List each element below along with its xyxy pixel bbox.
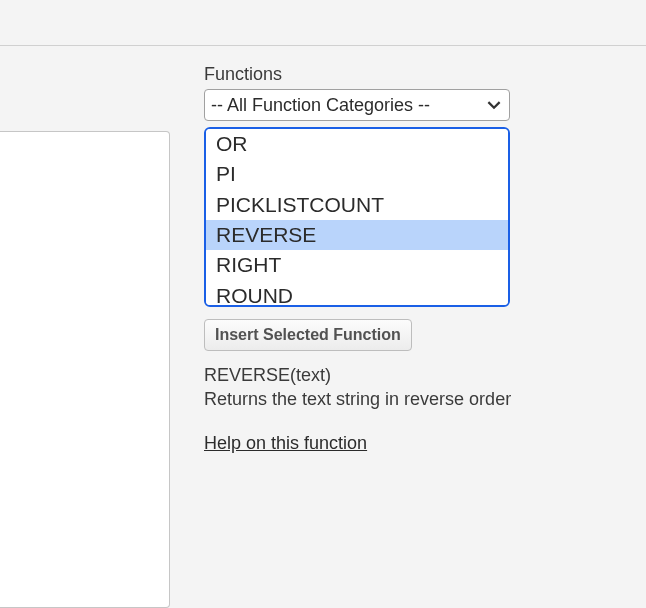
function-description: Returns the text string in reverse order <box>204 388 544 411</box>
function-signature: REVERSE(text) <box>204 365 514 386</box>
functions-label: Functions <box>204 64 514 85</box>
function-item[interactable]: RIGHT <box>206 250 508 280</box>
function-item[interactable]: PI <box>206 159 508 189</box>
left-panel <box>0 131 170 608</box>
top-divider <box>0 45 646 46</box>
function-item[interactable]: REVERSE <box>206 220 508 250</box>
function-item[interactable]: OR <box>206 129 508 159</box>
function-list[interactable]: ORPIPICKLISTCOUNTREVERSERIGHTROUND <box>204 127 510 307</box>
function-item[interactable]: PICKLISTCOUNT <box>206 190 508 220</box>
function-category-dropdown[interactable]: -- All Function Categories -- <box>204 89 510 121</box>
functions-section: Functions -- All Function Categories -- … <box>204 64 514 454</box>
function-item[interactable]: ROUND <box>206 281 508 307</box>
help-on-function-link[interactable]: Help on this function <box>204 433 367 454</box>
insert-selected-function-button[interactable]: Insert Selected Function <box>204 319 412 351</box>
